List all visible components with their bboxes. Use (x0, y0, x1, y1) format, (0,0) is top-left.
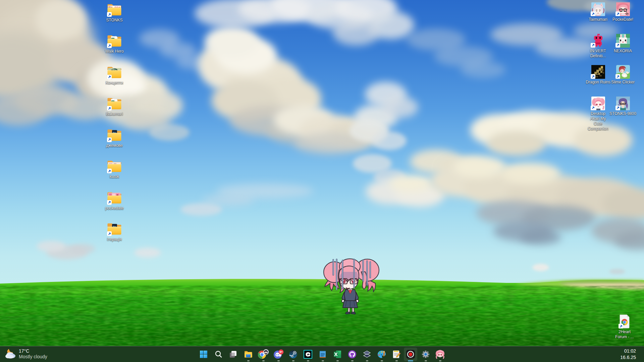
svg-text:9+: 9+ (279, 350, 283, 354)
